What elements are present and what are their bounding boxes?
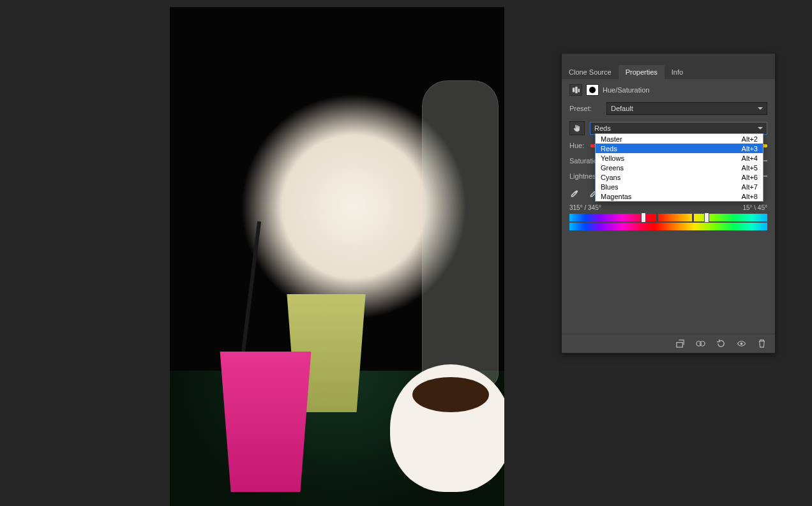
document-canvas[interactable] xyxy=(170,7,504,506)
tab-info[interactable]: Info xyxy=(665,65,690,79)
channel-value: Reds xyxy=(594,124,611,132)
range-falloff-marker[interactable] xyxy=(656,212,658,223)
layer-mask-icon[interactable] xyxy=(586,84,599,96)
preset-value: Default xyxy=(611,105,633,112)
tab-clone-source[interactable]: Clone Source xyxy=(562,65,619,79)
option-label: Blues xyxy=(601,183,619,191)
view-previous-state-icon[interactable] xyxy=(695,338,706,350)
svg-rect-3 xyxy=(578,89,580,92)
range-marker[interactable] xyxy=(704,212,709,223)
option-shortcut: Alt+3 xyxy=(742,145,758,153)
range-falloff-marker[interactable] xyxy=(692,212,694,223)
option-label: Greens xyxy=(601,164,624,172)
photo-bottle xyxy=(422,80,499,387)
targeted-adjust-tool[interactable] xyxy=(569,121,585,135)
adjustment-name: Hue/Saturation xyxy=(603,86,649,94)
svg-point-7 xyxy=(740,343,742,345)
option-label: Magentas xyxy=(601,193,631,200)
visibility-icon[interactable] xyxy=(735,338,747,350)
channel-option-master[interactable]: Master Alt+2 xyxy=(596,134,763,144)
channel-dropdown-list[interactable]: Master Alt+2 Reds Alt+3 Yellows Alt+4 Gr… xyxy=(595,133,763,202)
channel-option-blues[interactable]: Blues Alt+7 xyxy=(596,182,763,191)
reset-icon[interactable] xyxy=(715,338,726,350)
properties-body: Hue/Saturation Preset: Default Reds Hue:… xyxy=(562,79,775,334)
tab-properties[interactable]: Properties xyxy=(619,65,665,79)
panel-footer xyxy=(562,334,775,353)
option-shortcut: Alt+6 xyxy=(742,174,758,181)
range-right: 15° \ 45° xyxy=(742,204,767,211)
option-shortcut: Alt+2 xyxy=(742,135,758,143)
channel-option-greens[interactable]: Greens Alt+5 xyxy=(596,163,763,172)
panel-topbar xyxy=(562,54,775,65)
svg-rect-2 xyxy=(575,87,577,93)
preset-label: Preset: xyxy=(569,105,601,112)
adjustment-type-icon[interactable] xyxy=(569,84,582,96)
option-shortcut: Alt+4 xyxy=(742,154,758,162)
option-label: Yellows xyxy=(601,154,624,162)
option-label: Reds xyxy=(601,145,617,153)
delete-icon[interactable] xyxy=(756,338,767,350)
option-shortcut: Alt+8 xyxy=(742,193,758,200)
option-label: Master xyxy=(601,135,622,143)
channel-option-magentas[interactable]: Magentas Alt+8 xyxy=(596,191,763,201)
panel-tabs: Clone Source Properties Info xyxy=(562,65,775,79)
hue-range-top-strip[interactable] xyxy=(569,214,767,221)
preset-select[interactable]: Default xyxy=(606,102,767,115)
range-left: 315° / 345° xyxy=(569,204,601,211)
clip-to-layer-icon[interactable] xyxy=(674,338,686,350)
range-marker[interactable] xyxy=(641,212,646,223)
svg-rect-4 xyxy=(676,343,682,348)
channel-option-cyans[interactable]: Cyans Alt+6 xyxy=(596,172,763,182)
channel-select[interactable]: Reds xyxy=(590,122,767,135)
channel-option-yellows[interactable]: Yellows Alt+4 xyxy=(596,153,763,163)
hue-label: Hue: xyxy=(569,142,584,149)
svg-rect-1 xyxy=(573,88,575,93)
option-label: Cyans xyxy=(601,174,620,181)
option-shortcut: Alt+7 xyxy=(742,183,758,191)
eyedropper-icon[interactable] xyxy=(569,188,581,199)
photo-coffee xyxy=(412,377,489,412)
option-shortcut: Alt+5 xyxy=(742,164,758,172)
channel-option-reds[interactable]: Reds Alt+3 xyxy=(596,144,763,153)
properties-panel: Clone Source Properties Info Hue/Saturat… xyxy=(561,53,776,353)
hue-range-bottom-strip xyxy=(569,223,767,230)
svg-point-6 xyxy=(700,341,705,346)
